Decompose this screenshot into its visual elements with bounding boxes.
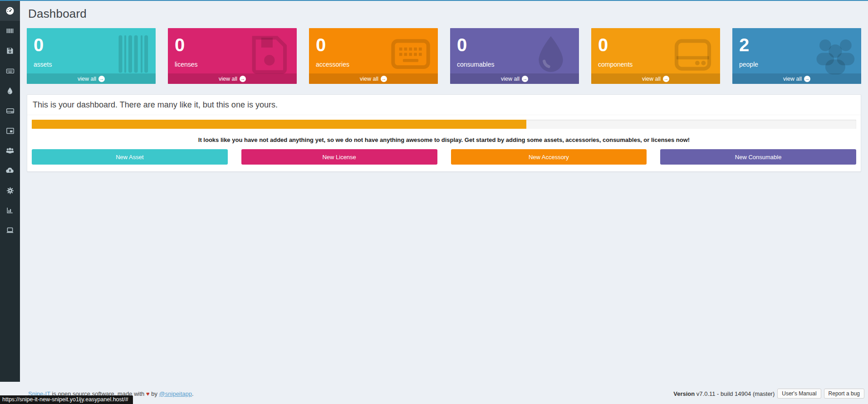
view-all-label: view all [501, 76, 520, 82]
top-accent-line [0, 0, 868, 1]
sidebar-item-reports[interactable] [0, 200, 20, 220]
new-asset-button[interactable]: New Asset [32, 149, 228, 165]
barcode-icon [6, 27, 14, 35]
stat-card-consumables[interactable]: 0 consumables view all → [450, 28, 579, 84]
stat-card-assets[interactable]: 0 assets view all → [27, 28, 156, 84]
hdd-icon [6, 107, 15, 115]
page-footer: Snipe-IT is open source software, made w… [28, 389, 864, 399]
sidebar-item-people[interactable] [0, 141, 20, 161]
stat-card-components[interactable]: 0 components view all → [591, 28, 720, 84]
page-title: Dashboard [20, 1, 868, 21]
users-icon [5, 146, 15, 155]
footer-text: . [192, 390, 194, 397]
sidebar-item-consumables[interactable] [0, 81, 20, 101]
floppy-disk-icon [6, 47, 14, 55]
getting-started-progress-bar [32, 120, 856, 129]
arrow-circle-right-icon: → [522, 76, 528, 82]
arrow-circle-right-icon: → [381, 76, 387, 82]
getting-started-message: It looks like you have not added anythin… [32, 136, 856, 143]
bar-chart-icon [6, 206, 14, 214]
panel-body: It looks like you have not added anythin… [27, 115, 861, 171]
laptop-icon [5, 226, 15, 235]
sidebar-item-licenses[interactable] [0, 41, 20, 61]
progress-bar-fill [32, 120, 526, 129]
new-consumable-button[interactable]: New Consumable [660, 149, 856, 165]
version-value: v7.0.11 - build 14904 (master) [695, 390, 775, 397]
version-label: Version [673, 390, 695, 397]
view-all-label: view all [360, 76, 378, 82]
view-all-label: view all [642, 76, 661, 82]
new-license-button[interactable]: New License [241, 149, 437, 165]
quick-action-buttons: New Asset New License New Accessory New … [32, 149, 856, 167]
stat-cards-row: 0 assets view all → 0 licenses view all [27, 28, 861, 84]
people-view-all-link[interactable]: view all → [732, 73, 861, 84]
sidebar-item-settings[interactable] [0, 180, 20, 200]
arrow-circle-right-icon: → [98, 76, 105, 82]
panel-header-text: This is your dashboard. There are many l… [27, 95, 861, 115]
keyboard-icon [389, 34, 432, 75]
gear-icon [6, 186, 15, 195]
sidebar-item-dashboard[interactable] [0, 1, 20, 21]
accessories-view-all-link[interactable]: view all → [309, 73, 438, 84]
stat-card-people[interactable]: 2 people view all → [732, 28, 861, 84]
cloud-upload-icon [5, 166, 15, 175]
view-all-label: view all [78, 76, 96, 82]
droplet-icon [530, 34, 574, 75]
view-all-label: view all [219, 76, 237, 82]
components-view-all-link[interactable]: view all → [591, 73, 720, 84]
main-content: Dashboard 0 assets view all → 0 licenses [20, 1, 868, 172]
licenses-view-all-link[interactable]: view all → [168, 73, 297, 84]
new-accessory-button[interactable]: New Accessory [451, 149, 647, 165]
footer-version-area: Version v7.0.11 - build 14904 (master) U… [673, 389, 864, 399]
browser-status-tooltip: https://snipe-it-new-snipeit.yo1ijy.easy… [0, 395, 133, 404]
users-manual-button[interactable]: User's Manual [777, 389, 821, 399]
footer-text: by [150, 390, 159, 397]
hdd-icon [671, 34, 715, 75]
droplet-icon [6, 87, 14, 95]
users-icon [812, 34, 856, 75]
sidebar-item-components[interactable] [0, 101, 20, 121]
arrow-circle-right-icon: → [804, 76, 810, 82]
floppy-disk-icon [248, 34, 291, 75]
sidebar-item-requestable[interactable] [0, 220, 20, 240]
image-icon [6, 127, 15, 135]
snipeitapp-link[interactable]: @snipeitapp [159, 390, 192, 397]
stat-card-accessories[interactable]: 0 accessories view all → [309, 28, 438, 84]
barcode-icon [107, 34, 150, 75]
consumables-view-all-link[interactable]: view all → [450, 73, 579, 84]
arrow-circle-right-icon: → [663, 76, 669, 82]
arrow-circle-right-icon: → [240, 76, 246, 82]
tachometer-icon [5, 6, 15, 15]
sidebar-item-import[interactable] [0, 161, 20, 180]
keyboard-icon [6, 67, 15, 75]
view-all-label: view all [783, 76, 802, 82]
sidebar-item-kits[interactable] [0, 121, 20, 141]
sidebar [0, 0, 20, 382]
dashboard-intro-panel: This is your dashboard. There are many l… [27, 94, 861, 172]
report-bug-button[interactable]: Report a bug [824, 389, 864, 399]
sidebar-item-assets[interactable] [0, 21, 20, 41]
sidebar-item-accessories[interactable] [0, 61, 20, 81]
stat-card-licenses[interactable]: 0 licenses view all → [168, 28, 297, 84]
version-text: Version v7.0.11 - build 14904 (master) [673, 390, 775, 397]
assets-view-all-link[interactable]: view all → [27, 73, 156, 84]
heart-icon: ♥ [146, 390, 150, 397]
